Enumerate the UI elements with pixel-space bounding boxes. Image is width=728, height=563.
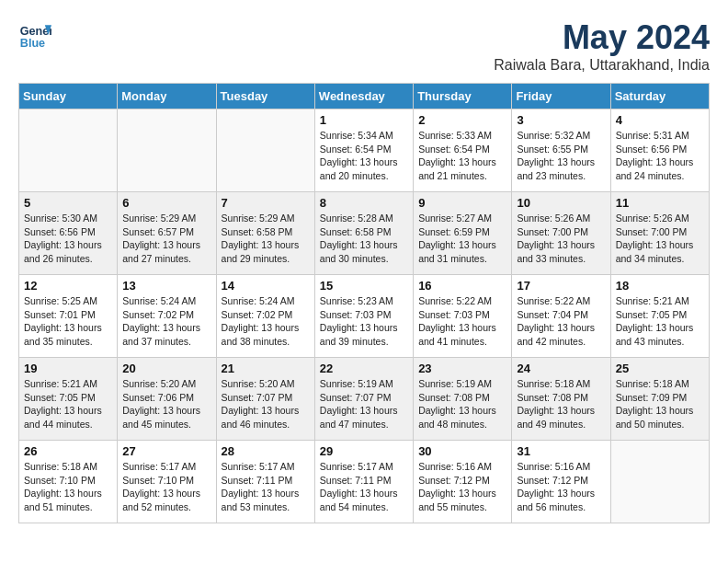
day-info: Sunrise: 5:18 AM Sunset: 7:09 PM Dayligh… <box>616 377 704 431</box>
calendar-cell: 30Sunrise: 5:16 AM Sunset: 7:12 PM Dayli… <box>414 441 512 523</box>
svg-text:Blue: Blue <box>20 37 45 50</box>
day-info: Sunrise: 5:31 AM Sunset: 6:56 PM Dayligh… <box>616 129 704 183</box>
day-info: Sunrise: 5:23 AM Sunset: 7:03 PM Dayligh… <box>320 294 408 349</box>
day-number: 4 <box>616 113 704 127</box>
day-number: 12 <box>24 279 112 293</box>
calendar-cell: 28Sunrise: 5:17 AM Sunset: 7:11 PM Dayli… <box>216 441 314 523</box>
calendar-cell: 10Sunrise: 5:26 AM Sunset: 7:00 PM Dayli… <box>512 192 610 275</box>
day-number: 23 <box>418 362 506 375</box>
day-info: Sunrise: 5:26 AM Sunset: 7:00 PM Dayligh… <box>616 212 704 266</box>
calendar-cell: 2Sunrise: 5:33 AM Sunset: 6:54 PM Daylig… <box>414 109 512 192</box>
calendar-cell <box>610 441 709 523</box>
weekday-header-thursday: Thursday <box>414 84 512 109</box>
day-number: 3 <box>517 113 605 127</box>
calendar-cell: 14Sunrise: 5:24 AM Sunset: 7:02 PM Dayli… <box>216 275 314 358</box>
day-info: Sunrise: 5:32 AM Sunset: 6:55 PM Dayligh… <box>517 129 605 183</box>
day-number: 29 <box>320 444 408 458</box>
calendar-cell <box>118 109 216 192</box>
day-info: Sunrise: 5:27 AM Sunset: 6:59 PM Dayligh… <box>418 212 506 266</box>
calendar-table: SundayMondayTuesdayWednesdayThursdayFrid… <box>18 83 710 523</box>
calendar-cell <box>216 109 314 192</box>
day-info: Sunrise: 5:20 AM Sunset: 7:07 PM Dayligh… <box>222 377 310 431</box>
calendar-cell: 1Sunrise: 5:34 AM Sunset: 6:54 PM Daylig… <box>314 109 413 192</box>
calendar-cell: 3Sunrise: 5:32 AM Sunset: 6:55 PM Daylig… <box>512 109 610 192</box>
day-number: 20 <box>122 362 210 375</box>
calendar-cell: 26Sunrise: 5:18 AM Sunset: 7:10 PM Dayli… <box>19 441 118 523</box>
day-info: Sunrise: 5:17 AM Sunset: 7:10 PM Dayligh… <box>122 460 210 514</box>
day-number: 1 <box>320 113 408 127</box>
weekday-header-tuesday: Tuesday <box>216 84 314 109</box>
day-number: 31 <box>517 444 605 458</box>
day-info: Sunrise: 5:19 AM Sunset: 7:07 PM Dayligh… <box>320 377 408 431</box>
day-number: 16 <box>418 279 506 293</box>
calendar-cell: 29Sunrise: 5:17 AM Sunset: 7:11 PM Dayli… <box>314 441 413 523</box>
day-number: 7 <box>222 196 310 210</box>
calendar-cell: 21Sunrise: 5:20 AM Sunset: 7:07 PM Dayli… <box>216 358 314 441</box>
day-info: Sunrise: 5:33 AM Sunset: 6:54 PM Dayligh… <box>418 129 506 183</box>
day-number: 8 <box>320 196 408 210</box>
day-number: 13 <box>122 279 210 293</box>
title-block: May 2024 Raiwala Bara, Uttarakhand, Indi… <box>494 18 710 74</box>
day-number: 14 <box>222 279 310 293</box>
logo-icon: General Blue <box>18 18 51 52</box>
page-header: General Blue May 2024 Raiwala Bara, Utta… <box>18 18 710 74</box>
day-number: 5 <box>24 196 112 210</box>
day-number: 25 <box>616 362 704 375</box>
day-info: Sunrise: 5:30 AM Sunset: 6:56 PM Dayligh… <box>24 212 112 266</box>
calendar-week-4: 19Sunrise: 5:21 AM Sunset: 7:05 PM Dayli… <box>19 358 710 441</box>
day-info: Sunrise: 5:19 AM Sunset: 7:08 PM Dayligh… <box>418 377 506 431</box>
day-number: 10 <box>517 196 605 210</box>
calendar-cell: 20Sunrise: 5:20 AM Sunset: 7:06 PM Dayli… <box>118 358 216 441</box>
calendar-cell: 7Sunrise: 5:29 AM Sunset: 6:58 PM Daylig… <box>216 192 314 275</box>
day-info: Sunrise: 5:17 AM Sunset: 7:11 PM Dayligh… <box>222 460 310 514</box>
day-info: Sunrise: 5:18 AM Sunset: 7:08 PM Dayligh… <box>517 377 605 431</box>
day-number: 27 <box>122 444 210 458</box>
calendar-cell: 4Sunrise: 5:31 AM Sunset: 6:56 PM Daylig… <box>610 109 709 192</box>
weekday-header-wednesday: Wednesday <box>314 84 413 109</box>
day-number: 28 <box>222 444 310 458</box>
day-info: Sunrise: 5:20 AM Sunset: 7:06 PM Dayligh… <box>122 377 210 431</box>
calendar-cell: 31Sunrise: 5:16 AM Sunset: 7:12 PM Dayli… <box>512 441 610 523</box>
calendar-cell: 24Sunrise: 5:18 AM Sunset: 7:08 PM Dayli… <box>512 358 610 441</box>
calendar-cell: 23Sunrise: 5:19 AM Sunset: 7:08 PM Dayli… <box>414 358 512 441</box>
weekday-header-row: SundayMondayTuesdayWednesdayThursdayFrid… <box>19 84 710 109</box>
weekday-header-saturday: Saturday <box>610 84 709 109</box>
calendar-cell: 13Sunrise: 5:24 AM Sunset: 7:02 PM Dayli… <box>118 275 216 358</box>
calendar-cell: 22Sunrise: 5:19 AM Sunset: 7:07 PM Dayli… <box>314 358 413 441</box>
day-number: 18 <box>616 279 704 293</box>
calendar-cell: 6Sunrise: 5:29 AM Sunset: 6:57 PM Daylig… <box>118 192 216 275</box>
day-info: Sunrise: 5:17 AM Sunset: 7:11 PM Dayligh… <box>320 460 408 514</box>
day-info: Sunrise: 5:28 AM Sunset: 6:58 PM Dayligh… <box>320 212 408 266</box>
month-title: May 2024 <box>494 18 710 57</box>
day-info: Sunrise: 5:21 AM Sunset: 7:05 PM Dayligh… <box>24 377 112 431</box>
location-title: Raiwala Bara, Uttarakhand, India <box>494 57 710 74</box>
calendar-cell: 16Sunrise: 5:22 AM Sunset: 7:03 PM Dayli… <box>414 275 512 358</box>
day-number: 19 <box>24 362 112 375</box>
day-info: Sunrise: 5:24 AM Sunset: 7:02 PM Dayligh… <box>122 294 210 349</box>
day-number: 9 <box>418 196 506 210</box>
day-info: Sunrise: 5:26 AM Sunset: 7:00 PM Dayligh… <box>517 212 605 266</box>
day-info: Sunrise: 5:16 AM Sunset: 7:12 PM Dayligh… <box>418 460 506 514</box>
calendar-cell: 18Sunrise: 5:21 AM Sunset: 7:05 PM Dayli… <box>610 275 709 358</box>
day-info: Sunrise: 5:22 AM Sunset: 7:03 PM Dayligh… <box>418 294 506 349</box>
calendar-week-5: 26Sunrise: 5:18 AM Sunset: 7:10 PM Dayli… <box>19 441 710 523</box>
calendar-cell: 8Sunrise: 5:28 AM Sunset: 6:58 PM Daylig… <box>314 192 413 275</box>
calendar-cell: 9Sunrise: 5:27 AM Sunset: 6:59 PM Daylig… <box>414 192 512 275</box>
weekday-header-sunday: Sunday <box>19 84 118 109</box>
calendar-cell: 19Sunrise: 5:21 AM Sunset: 7:05 PM Dayli… <box>19 358 118 441</box>
day-info: Sunrise: 5:22 AM Sunset: 7:04 PM Dayligh… <box>517 294 605 349</box>
calendar-week-3: 12Sunrise: 5:25 AM Sunset: 7:01 PM Dayli… <box>19 275 710 358</box>
calendar-cell: 27Sunrise: 5:17 AM Sunset: 7:10 PM Dayli… <box>118 441 216 523</box>
calendar-cell: 12Sunrise: 5:25 AM Sunset: 7:01 PM Dayli… <box>19 275 118 358</box>
day-number: 24 <box>517 362 605 375</box>
day-info: Sunrise: 5:29 AM Sunset: 6:57 PM Dayligh… <box>122 212 210 266</box>
day-number: 15 <box>320 279 408 293</box>
calendar-cell: 11Sunrise: 5:26 AM Sunset: 7:00 PM Dayli… <box>610 192 709 275</box>
day-number: 11 <box>616 196 704 210</box>
calendar-cell: 5Sunrise: 5:30 AM Sunset: 6:56 PM Daylig… <box>19 192 118 275</box>
day-number: 22 <box>320 362 408 375</box>
day-number: 6 <box>122 196 210 210</box>
calendar-week-1: 1Sunrise: 5:34 AM Sunset: 6:54 PM Daylig… <box>19 109 710 192</box>
weekday-header-friday: Friday <box>512 84 610 109</box>
day-info: Sunrise: 5:24 AM Sunset: 7:02 PM Dayligh… <box>222 294 310 349</box>
